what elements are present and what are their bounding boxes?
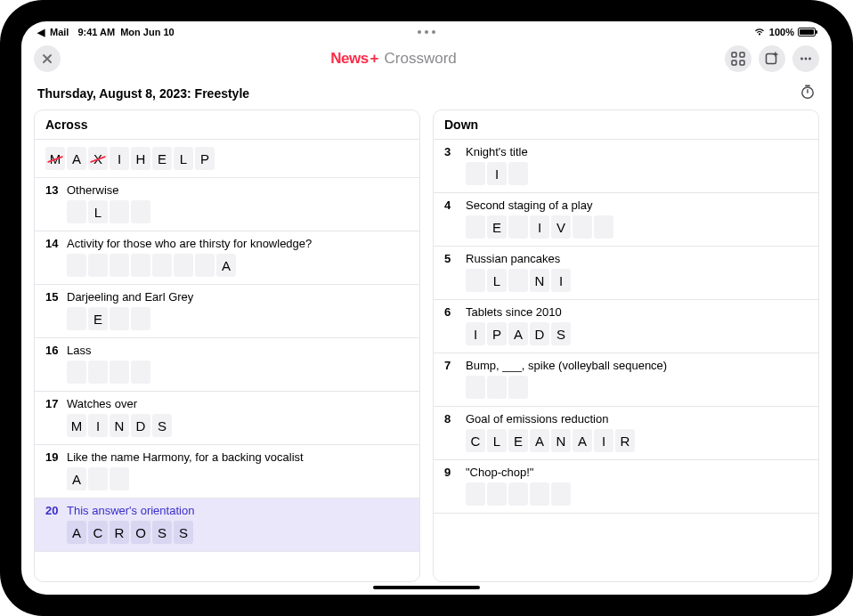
clue-row[interactable]: 14Activity for those who are thirsty for… [35, 231, 419, 285]
clue-row[interactable]: 8Goal of emissions reductionCLEANAIR [434, 407, 818, 460]
answer-cell[interactable]: E [152, 147, 172, 170]
answer-cell[interactable]: I [551, 269, 571, 292]
answer-cell[interactable] [573, 215, 592, 239]
answer-cell[interactable]: X [88, 147, 108, 170]
answer-cell[interactable]: R [615, 429, 635, 452]
answer-cell[interactable]: D [131, 414, 150, 437]
clue-row[interactable]: 3Knight's titleI [434, 140, 818, 193]
answer-cell[interactable]: I [88, 414, 108, 437]
clue-row[interactable]: MAXIHELP [35, 140, 419, 178]
multitask-dots[interactable] [418, 30, 435, 34]
answer-cell[interactable] [508, 482, 528, 506]
clue-row[interactable]: 19Like the name Harmony, for a backing v… [35, 445, 419, 498]
answer-cell[interactable] [594, 215, 613, 239]
answer-cell[interactable]: O [131, 521, 150, 544]
clue-row[interactable]: 7Bump, ___, spike (volleyball sequence) [434, 353, 818, 407]
answer-cell[interactable]: L [174, 147, 193, 170]
answer-cell[interactable] [551, 482, 571, 506]
answer-cell[interactable] [466, 376, 485, 399]
answer-cell[interactable]: M [67, 414, 86, 437]
answer-cell[interactable] [110, 467, 129, 490]
answer-cell[interactable]: H [131, 147, 150, 170]
answer-cell[interactable]: S [152, 414, 172, 437]
clue-row[interactable]: 15Darjeeling and Earl GreyE [35, 285, 419, 338]
clue-row[interactable]: 20This answer's orientationACROSS [35, 498, 419, 552]
answer-cell[interactable]: E [508, 429, 528, 452]
answer-cell[interactable]: S [174, 521, 193, 544]
answer-cell[interactable] [508, 162, 528, 185]
answer-cell[interactable] [530, 482, 549, 506]
answer-cell[interactable] [508, 215, 528, 239]
answer-cell[interactable] [67, 254, 86, 277]
answer-cell[interactable] [195, 254, 215, 277]
answer-cell[interactable] [508, 269, 528, 292]
back-app-caret[interactable]: ◀ [37, 27, 45, 38]
more-button[interactable] [792, 45, 819, 72]
answer-cell[interactable]: I [466, 322, 485, 345]
timer-button[interactable] [800, 84, 816, 102]
across-clue-list[interactable]: MAXIHELP13OtherwiseL14Activity for those… [35, 140, 419, 581]
answer-cell[interactable] [110, 200, 129, 223]
answer-cell[interactable]: C [88, 521, 108, 544]
answer-cell[interactable]: E [487, 215, 507, 239]
answer-cell[interactable]: D [530, 322, 549, 345]
answer-cell[interactable] [67, 307, 86, 330]
answer-cell[interactable]: S [152, 521, 172, 544]
answer-cell[interactable]: P [195, 147, 215, 170]
answer-cell[interactable] [110, 254, 129, 277]
answer-cell[interactable] [508, 376, 528, 399]
answer-cell[interactable]: L [88, 200, 108, 223]
answer-cell[interactable]: P [487, 322, 507, 345]
home-indicator[interactable] [373, 586, 480, 589]
clue-row[interactable]: 4Second staging of a playEIV [434, 193, 818, 247]
answer-cell[interactable] [466, 482, 485, 506]
answer-cell[interactable] [67, 200, 86, 223]
answer-cell[interactable] [131, 307, 150, 330]
answer-cell[interactable]: C [466, 429, 485, 452]
answer-cell[interactable] [487, 482, 507, 506]
answer-cell[interactable]: I [530, 215, 549, 239]
grid-view-button[interactable] [725, 45, 751, 72]
answer-cell[interactable]: I [594, 429, 613, 452]
clue-row[interactable]: 5Russian pancakesLNI [434, 247, 818, 300]
answer-cell[interactable] [88, 467, 108, 490]
answer-cell[interactable]: A [67, 521, 86, 544]
answer-cell[interactable] [131, 200, 150, 223]
answer-cell[interactable]: V [551, 215, 571, 239]
answer-cell[interactable]: N [551, 429, 571, 452]
clue-row[interactable]: 6Tablets since 2010IPADS [434, 300, 818, 353]
back-app-label[interactable]: Mail [50, 27, 69, 37]
answer-cell[interactable] [131, 254, 150, 277]
answer-cell[interactable] [466, 215, 485, 239]
answer-cell[interactable] [466, 162, 485, 185]
answer-cell[interactable] [88, 361, 108, 384]
answer-cell[interactable]: N [110, 414, 129, 437]
close-button[interactable] [34, 45, 61, 72]
clue-row[interactable]: 16Lass [35, 338, 419, 392]
answer-cell[interactable]: A [67, 147, 86, 170]
answer-cell[interactable] [487, 376, 507, 399]
answer-cell[interactable]: A [67, 467, 86, 490]
answer-cell[interactable]: E [88, 307, 108, 330]
answer-cell[interactable] [110, 307, 129, 330]
down-clue-list[interactable]: 3Knight's titleI4Second staging of a pla… [434, 140, 818, 581]
clue-row[interactable]: 9"Chop-chop!" [434, 460, 818, 514]
answer-cell[interactable]: A [530, 429, 549, 452]
answer-cell[interactable]: I [487, 162, 507, 185]
new-window-button[interactable] [759, 45, 785, 72]
answer-cell[interactable]: M [45, 147, 65, 170]
answer-cell[interactable] [152, 254, 172, 277]
answer-cell[interactable]: R [110, 521, 129, 544]
clue-row[interactable]: 13OtherwiseL [35, 178, 419, 231]
answer-cell[interactable] [67, 361, 86, 384]
answer-cell[interactable] [88, 254, 108, 277]
answer-cell[interactable] [174, 254, 193, 277]
answer-cell[interactable]: S [551, 322, 571, 345]
answer-cell[interactable]: L [487, 429, 507, 452]
answer-cell[interactable]: I [110, 147, 129, 170]
answer-cell[interactable]: A [508, 322, 528, 345]
answer-cell[interactable]: A [573, 429, 592, 452]
answer-cell[interactable]: N [530, 269, 549, 292]
answer-cell[interactable] [131, 361, 150, 384]
answer-cell[interactable]: L [487, 269, 507, 292]
